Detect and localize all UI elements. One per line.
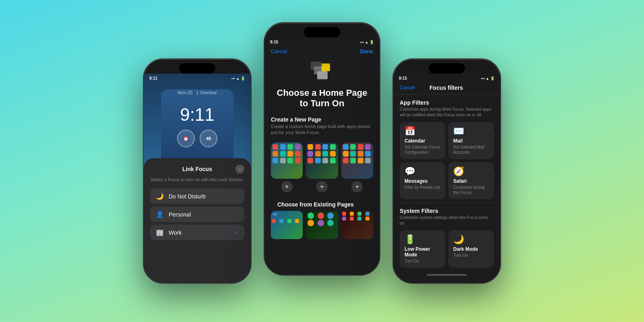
done-button-center[interactable]: Done bbox=[360, 48, 374, 54]
left-screen: 9:11 ▪▪▪ ▲ 🔋 COLLECTIONS Mon 20 1 Overdu… bbox=[144, 74, 251, 283]
phones-container: 9:11 ▪▪▪ ▲ 🔋 COLLECTIONS Mon 20 1 Overdu… bbox=[143, 22, 501, 300]
lockscreen-bg: 9:11 ▪▪▪ ▲ 🔋 COLLECTIONS Mon 20 1 Overdu… bbox=[144, 74, 251, 283]
mail-desc: Set Selected Mail Accounts bbox=[453, 144, 489, 155]
link-focus-modal: Link Focus × Select a Focus to turn on w… bbox=[144, 158, 251, 283]
existing-pages-title: Choose from Existing Pages bbox=[271, 199, 373, 208]
existing-thumb-1[interactable]: 70° bbox=[271, 211, 303, 239]
system-filters-title: System Filters bbox=[400, 208, 494, 214]
filter-card-low-power[interactable]: › 🔋 Low Power Mode Turn On bbox=[400, 230, 445, 268]
mail-name: Mail bbox=[453, 138, 489, 144]
focus-checkmark-work: ✓ bbox=[234, 229, 239, 236]
calendar-icon: 📅 bbox=[405, 126, 440, 136]
center-screen: 9:15 ▪▪▪ ▲ 🔋 Cancel Done Choose a Hom bbox=[264, 37, 380, 276]
filter-card-calendar[interactable]: › 📅 Calendar Set Calendar Focus Configur… bbox=[400, 122, 445, 159]
hero-icon bbox=[264, 61, 380, 85]
system-filters-desc: Customize system settings when this Focu… bbox=[400, 215, 494, 226]
chevron-mail: › bbox=[488, 126, 490, 132]
chevron-messages: › bbox=[440, 166, 441, 172]
hero-title: Choose a Home Page to Turn On bbox=[264, 88, 380, 109]
preview-time: 9:11 bbox=[161, 105, 233, 125]
calendar-name: Calendar bbox=[405, 138, 440, 144]
widget-alarm: ⏰ bbox=[177, 130, 195, 147]
battery-icon: 🔋 bbox=[405, 234, 440, 245]
right-screen: 9:15 ▪▪▪ ▲ 🔋 Cancel Focus filters App Fi… bbox=[393, 74, 500, 284]
low-power-name: Low Power Mode bbox=[405, 246, 440, 258]
messages-name: Messages bbox=[405, 178, 440, 184]
cancel-button-center[interactable]: Cancel bbox=[271, 48, 287, 54]
focus-filters-nav: Cancel Focus filters bbox=[393, 81, 500, 95]
dark-mode-desc: Turn On bbox=[453, 253, 489, 258]
chevron-calendar: › bbox=[440, 126, 441, 132]
safari-desc: Customize during this Focus bbox=[453, 185, 489, 195]
page-thumb-3[interactable]: + bbox=[341, 142, 373, 192]
app-filters-grid: › 📅 Calendar Set Calendar Focus Configur… bbox=[393, 119, 500, 202]
low-power-desc: Turn On bbox=[405, 258, 440, 264]
app-filters-title: App Filters bbox=[400, 99, 494, 106]
app-grid-3 bbox=[341, 142, 373, 165]
thumb-inner-2 bbox=[306, 142, 338, 179]
dark-mode-name: Dark Mode bbox=[453, 246, 489, 252]
dynamic-island-right bbox=[429, 63, 465, 74]
filter-card-mail[interactable]: › ✉️ Mail Set Selected Mail Accounts bbox=[448, 122, 494, 159]
existing-section: Choose from Existing Pages 70° bbox=[264, 196, 380, 242]
messages-icon: 💬 bbox=[405, 166, 440, 177]
calendar-desc: Set Calendar Focus Configuration bbox=[405, 144, 440, 155]
cancel-button-right[interactable]: Cancel bbox=[400, 85, 415, 91]
existing-thumb-2[interactable] bbox=[306, 211, 338, 239]
dynamic-island-center bbox=[304, 27, 340, 37]
status-icons-left: ▪▪▪ ▲ 🔋 bbox=[231, 76, 245, 80]
filter-card-safari[interactable]: › 🧭 Safari Customize during this Focus bbox=[448, 162, 494, 199]
phone-center: 9:15 ▪▪▪ ▲ 🔋 Cancel Done Choose a Hom bbox=[264, 22, 380, 276]
modal-header: Link Focus × bbox=[150, 165, 244, 173]
focus-label-dnd: Do Not Disturb bbox=[169, 193, 239, 200]
status-icons-center: ▪▪▪ ▲ 🔋 bbox=[360, 40, 374, 44]
app-grid-2 bbox=[306, 142, 338, 165]
chevron-low-power: › bbox=[440, 234, 441, 240]
messages-desc: Filter by People List bbox=[405, 185, 440, 190]
phone-left: 9:11 ▪▪▪ ▲ 🔋 COLLECTIONS Mon 20 1 Overdu… bbox=[143, 58, 252, 284]
status-time-left: 9:11 bbox=[149, 76, 157, 80]
app-filters-header: App Filters Customize apps during Work F… bbox=[393, 95, 500, 119]
focus-label-work: Work bbox=[169, 229, 229, 236]
dynamic-island-left bbox=[179, 63, 215, 74]
dark-mode-icon: 🌙 bbox=[453, 234, 489, 245]
mail-icon: ✉️ bbox=[453, 126, 489, 136]
page-thumb-2[interactable]: + bbox=[306, 142, 338, 192]
new-page-title: Create a New Page bbox=[264, 114, 380, 124]
safari-name: Safari bbox=[453, 178, 489, 184]
status-icons-right: ▪▪▪ ▲ 🔋 bbox=[481, 76, 495, 80]
existing-thumb-3[interactable] bbox=[341, 211, 373, 239]
add-button-1[interactable]: + bbox=[281, 181, 293, 192]
thumb-inner-1 bbox=[271, 142, 303, 179]
focus-label-personal: Personal bbox=[169, 211, 239, 218]
add-button-3[interactable]: + bbox=[351, 181, 363, 192]
system-filters-header: System Filters Customize system settings… bbox=[393, 203, 500, 227]
status-bar-right: 9:15 ▪▪▪ ▲ 🔋 bbox=[393, 74, 500, 81]
focus-option-personal[interactable]: 👤 Personal bbox=[150, 206, 244, 222]
page-thumbnails: + bbox=[264, 139, 380, 196]
chevron-dark-mode: › bbox=[488, 234, 490, 240]
status-bar-left: 9:11 ▪▪▪ ▲ 🔋 bbox=[144, 74, 251, 81]
focus-icon-dnd: 🌙 bbox=[156, 192, 164, 200]
status-bar-center: 9:15 ▪▪▪ ▲ 🔋 bbox=[264, 37, 380, 45]
filter-card-messages[interactable]: › 💬 Messages Filter by People List bbox=[400, 162, 445, 199]
filter-card-dark-mode[interactable]: › 🌙 Dark Mode Turn On bbox=[448, 230, 494, 268]
thumb-inner-3 bbox=[341, 142, 373, 179]
focus-option-work[interactable]: 🏢 Work ✓ bbox=[150, 225, 244, 240]
add-button-2[interactable]: + bbox=[316, 181, 328, 192]
new-page-subtitle: Create a custom home page built with app… bbox=[264, 124, 380, 139]
widget-48: 48 bbox=[200, 130, 217, 147]
chevron-safari: › bbox=[488, 166, 490, 172]
status-time-center: 9:15 bbox=[270, 40, 278, 44]
focus-option-dnd[interactable]: 🌙 Do Not Disturb bbox=[150, 188, 244, 204]
status-time-right: 9:15 bbox=[399, 76, 407, 80]
modal-close-button[interactable]: × bbox=[235, 165, 244, 173]
center-nav: Cancel Done bbox=[264, 45, 380, 58]
system-filters-grid: › 🔋 Low Power Mode Turn On › 🌙 Dark Mode… bbox=[393, 227, 500, 271]
app-grid-1 bbox=[271, 142, 303, 165]
safari-icon: 🧭 bbox=[453, 166, 489, 177]
home-indicator bbox=[427, 274, 467, 276]
focus-filters-title: Focus filters bbox=[415, 85, 478, 91]
page-thumb-1[interactable]: + bbox=[271, 142, 303, 192]
svg-rect-2 bbox=[317, 71, 328, 79]
